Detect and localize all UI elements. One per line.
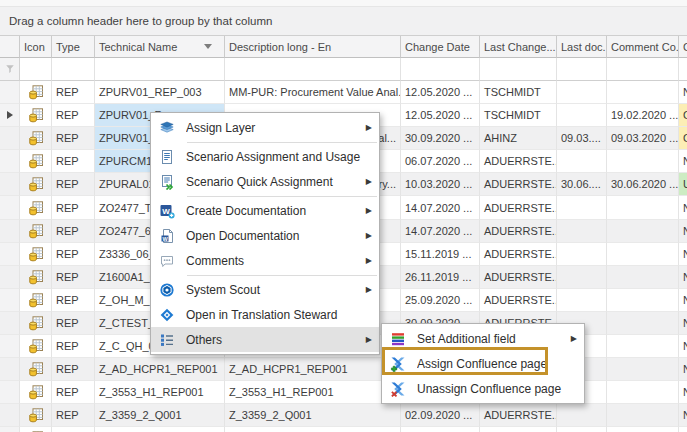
comment-cell[interactable] [607, 289, 679, 312]
change-date-cell[interactable]: 25.09.2020 ... [401, 289, 480, 312]
last-change-cell[interactable]: ADUERRSTE... [480, 243, 557, 266]
filter-cell-icon[interactable] [20, 58, 52, 81]
column-header-technical-name[interactable]: Technical Name [95, 36, 225, 58]
type-cell[interactable]: REP [52, 104, 95, 127]
column-header-change-date[interactable]: Change Date [401, 36, 480, 58]
type-cell[interactable]: REP [52, 266, 95, 289]
type-cell[interactable]: REP [52, 289, 95, 312]
status-cell[interactable]: N [679, 220, 687, 243]
menu-item-others[interactable]: Others▶ [151, 327, 379, 352]
type-cell[interactable]: REP [52, 243, 95, 266]
column-header-description[interactable]: Description long - En [225, 36, 401, 58]
comment-cell[interactable] [607, 196, 679, 219]
change-date-cell[interactable]: 12.05.2020 ... [401, 81, 480, 104]
technical-name-cell[interactable]: ZPURV01_REP_003 [95, 81, 225, 104]
last-doc-cell[interactable] [557, 404, 607, 427]
comment-cell[interactable] [607, 381, 679, 404]
menu-item-assign-confluence-page[interactable]: Assign Confluence page [382, 351, 584, 376]
menu-item-set-additional-field[interactable]: Set Additional field▶ [382, 326, 584, 351]
status-cell[interactable]: N [679, 289, 687, 312]
table-row[interactable] [0, 427, 687, 432]
type-cell[interactable]: REP [52, 335, 95, 358]
comment-cell[interactable] [607, 266, 679, 289]
status-cell[interactable]: N [679, 196, 687, 219]
status-cell[interactable]: N [679, 150, 687, 173]
last-doc-cell[interactable] [557, 104, 607, 127]
filter-cell-comment[interactable] [607, 58, 679, 81]
last-doc-cell[interactable] [557, 289, 607, 312]
last-change-cell[interactable]: AHINZ [480, 127, 557, 150]
last-doc-cell[interactable] [557, 196, 607, 219]
comment-cell[interactable] [607, 335, 679, 358]
technical-name-cell[interactable]: Z_3553_H1_REP001 [95, 381, 225, 404]
status-cell[interactable]: N [679, 404, 687, 427]
comment-cell[interactable] [607, 358, 679, 381]
last-change-cell[interactable]: TSCHMIDT [480, 104, 557, 127]
description-cell[interactable]: Z_3359_2_Q001 [225, 404, 401, 427]
last-doc-cell[interactable] [557, 220, 607, 243]
change-date-cell[interactable]: 14.07.2020 ... [401, 196, 480, 219]
change-date-cell[interactable]: 15.11.2019 ... [401, 243, 480, 266]
last-doc-cell[interactable]: 09.03.... [557, 127, 607, 150]
last-doc-cell[interactable] [557, 243, 607, 266]
comment-cell[interactable] [607, 220, 679, 243]
type-cell[interactable]: REP [52, 196, 95, 219]
menu-item-system-scout[interactable]: System Scout▶ [151, 277, 379, 302]
status-cell[interactable]: N [679, 266, 687, 289]
last-change-cell[interactable]: ADUERRSTE... [480, 404, 557, 427]
comment-cell[interactable] [607, 312, 679, 335]
technical-name-cell[interactable]: Z_AD_HCPR1_REP001 [95, 358, 225, 381]
menu-item-scenario-quick-assignment[interactable]: Scenario Quick Assignment▶ [151, 169, 379, 194]
column-header-type[interactable]: Type [52, 36, 95, 58]
change-date-cell[interactable]: 02.09.2020 ... [401, 404, 480, 427]
last-change-cell[interactable]: ADUERRSTE... [480, 220, 557, 243]
filter-cell-last-doc[interactable] [557, 58, 607, 81]
type-cell[interactable]: REP [52, 220, 95, 243]
column-header-comment[interactable]: Comment Co... [607, 36, 679, 58]
last-change-cell[interactable]: ADUERRSTE... [480, 289, 557, 312]
type-cell[interactable]: REP [52, 358, 95, 381]
last-doc-cell[interactable] [557, 266, 607, 289]
last-doc-cell[interactable] [557, 150, 607, 173]
last-doc-cell[interactable] [557, 81, 607, 104]
status-cell[interactable]: N [679, 243, 687, 266]
filter-cell-technical-name[interactable] [95, 58, 225, 81]
menu-item-unassign-confluence-page[interactable]: Unassign Confluence page [382, 376, 584, 401]
change-date-cell[interactable]: 14.07.2020 ... [401, 220, 480, 243]
filter-cell-description[interactable] [225, 58, 401, 81]
change-date-cell[interactable]: 12.05.2020 ... [401, 104, 480, 127]
menu-item-assign-layer[interactable]: Assign Layer▶ [151, 115, 379, 140]
type-cell[interactable]: REP [52, 312, 95, 335]
last-doc-cell[interactable] [557, 427, 607, 432]
type-cell[interactable]: REP [52, 150, 95, 173]
filter-cell-status[interactable] [679, 58, 687, 81]
type-cell[interactable]: REP [52, 404, 95, 427]
filter-cell-last-change[interactable] [480, 58, 557, 81]
status-cell[interactable]: N [679, 381, 687, 404]
change-date-cell[interactable]: 10.03.2020 ... [401, 173, 480, 196]
column-header-status[interactable]: C... [679, 36, 687, 58]
change-date-cell[interactable]: 06.07.2020 ... [401, 150, 480, 173]
menu-item-open-documentation[interactable]: WOpen Documentation▶ [151, 223, 379, 248]
status-cell[interactable]: O [679, 127, 687, 150]
last-change-cell[interactable]: ADUERRSTE... [480, 150, 557, 173]
last-change-cell[interactable] [480, 427, 557, 432]
column-header-icon[interactable]: Icon [20, 36, 52, 58]
filter-cell-change-date[interactable] [401, 58, 480, 81]
menu-item-create-documentation[interactable]: WCreate Documentation▶ [151, 198, 379, 223]
filter-icon[interactable] [0, 58, 20, 81]
status-cell[interactable]: N [679, 335, 687, 358]
last-change-cell[interactable]: ADUERRSTE... [480, 196, 557, 219]
status-cell[interactable] [679, 427, 687, 432]
description-cell[interactable] [225, 427, 401, 432]
comment-cell[interactable] [607, 243, 679, 266]
menu-item-scenario-assignment-and-usage[interactable]: Scenario Assignment and Usage [151, 144, 379, 169]
last-change-cell[interactable]: ADUERRSTE... [480, 173, 557, 196]
status-cell[interactable]: N [679, 81, 687, 104]
menu-item-open-in-translation-steward[interactable]: Open in Translation Steward [151, 302, 379, 327]
comment-cell[interactable] [607, 427, 679, 432]
comment-cell[interactable] [607, 150, 679, 173]
comment-cell[interactable] [607, 404, 679, 427]
status-cell[interactable]: U [679, 173, 687, 196]
last-doc-cell[interactable]: 30.06.... [557, 173, 607, 196]
